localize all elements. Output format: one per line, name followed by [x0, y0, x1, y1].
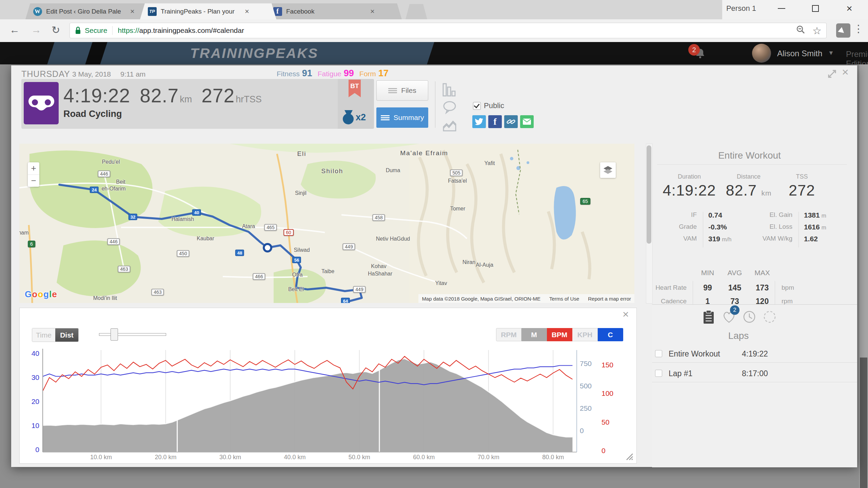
line-chart-icon[interactable] [442, 118, 457, 134]
distance-unit: km [180, 94, 192, 105]
lap-time: 8:17:00 [742, 369, 768, 378]
reload-icon[interactable]: ↻ [52, 24, 60, 36]
tab-wordpress[interactable]: W Edit Post ‹ Giro Della Pale × [25, 3, 152, 19]
lap-checkbox[interactable] [655, 350, 662, 357]
browser-menu-icon[interactable]: ⋮ [852, 23, 865, 35]
map-town-label: HaShahar [368, 271, 392, 277]
scrollbar-thumb[interactable] [647, 145, 651, 244]
temperature-tick: 0 [24, 446, 39, 454]
trainingpeaks-header: TRAININGPEAKS 2 Alison Smith ▼ Premium E… [0, 42, 868, 64]
close-tab-icon[interactable]: × [130, 7, 135, 16]
profile-name[interactable]: Person 1 [726, 4, 756, 13]
minmax-header-max: MAX [754, 269, 770, 277]
email-share-button[interactable] [520, 115, 534, 128]
minmax-header-min: MIN [701, 269, 714, 277]
stat-value: 1.62 [804, 235, 818, 243]
address-bar[interactable]: Secure https:// app.trainingpeaks.com/#c… [70, 23, 827, 38]
stat-value: 1616m [804, 223, 826, 231]
road-shield: 463 [118, 266, 130, 272]
close-icon[interactable]: × [842, 65, 849, 79]
expand-icon[interactable] [828, 69, 836, 80]
map-town-label: Silwad [294, 247, 310, 253]
divider [798, 212, 799, 247]
distance-tick: 30.0 km [219, 454, 241, 461]
summary-button[interactable]: Summary [376, 107, 428, 128]
facebook-share-button[interactable]: f [488, 115, 502, 128]
quickview-scrollbar[interactable] [646, 144, 653, 304]
resize-handle-icon[interactable] [625, 452, 633, 462]
map-town-label: Pedu'el [102, 159, 120, 165]
stat-label: Duration [663, 173, 716, 180]
close-tab-icon[interactable]: × [245, 7, 249, 16]
copy-link-button[interactable] [504, 115, 518, 128]
stat-tss: TSS 272 [789, 173, 815, 199]
map-zoom-control[interactable]: + − [28, 162, 39, 187]
comments-icon[interactable] [442, 100, 457, 116]
window-minimize-button[interactable] [770, 0, 793, 17]
map-layers-button[interactable] [600, 162, 616, 178]
route-position-marker[interactable] [264, 244, 271, 251]
window-restore-button[interactable] [804, 0, 827, 17]
divider [652, 382, 857, 382]
new-tab-button[interactable] [406, 4, 427, 19]
distance-tick: 10.0 km [90, 454, 112, 461]
report-error-link[interactable]: Report a map error [588, 296, 631, 302]
tab-facebook[interactable]: f Facebook × [265, 3, 402, 19]
road-shield: 60 [283, 229, 294, 236]
route-km-marker: 40 [192, 209, 201, 216]
screen: W Edit Post ‹ Giro Della Pale × TP Train… [0, 0, 868, 488]
close-tab-icon[interactable]: × [370, 7, 375, 16]
elevation-tick: 500 [580, 382, 592, 390]
user-name[interactable]: Alison Smith [777, 49, 822, 58]
stat-label: El. Gain [748, 211, 792, 219]
stat-label: IF [653, 211, 697, 219]
tss-value: 272 [201, 84, 235, 107]
lap-row-entire-workout[interactable]: Entire Workout 4:19:22 [652, 348, 857, 362]
tab-trainingpeaks[interactable]: TP TrainingPeaks - Plan your × [140, 3, 276, 19]
clipboard-icon[interactable] [703, 310, 714, 326]
lap-row-1[interactable]: Lap #1 8:17:00 [652, 368, 857, 381]
time-tab-icon[interactable] [743, 310, 756, 325]
bar-chart-icon[interactable] [442, 82, 456, 98]
route-map[interactable]: EliMa'ale EfraimYafitPedu'elBeiteh-Ofari… [19, 144, 634, 303]
window-close-button[interactable]: × [837, 0, 861, 17]
heart-rate-tick: 50 [601, 418, 609, 426]
public-checkbox[interactable] [473, 102, 481, 110]
terms-link[interactable]: Terms of Use [549, 296, 579, 302]
files-button[interactable]: Files [376, 80, 428, 101]
stat-value: 319m/h [708, 235, 731, 243]
temperature-tick: 40 [24, 349, 39, 358]
heart-rate-tick: 150 [601, 361, 613, 369]
summary-numbers: 4:19:22 82.7 km 272 hrTSS [63, 84, 262, 107]
distance-tick: 50.0 km [349, 454, 370, 461]
elevation-tick: 0 [580, 427, 584, 435]
page-scrollbar[interactable] [859, 64, 868, 488]
zoom-out-button[interactable]: − [28, 175, 39, 187]
public-label: Public [484, 101, 504, 110]
extension-icon[interactable] [836, 23, 850, 38]
distance-tick: 20.0 km [155, 454, 176, 461]
scrollbar-thumb[interactable] [860, 358, 867, 488]
back-icon[interactable]: ← [9, 24, 20, 36]
road-shield: 6 [28, 241, 35, 247]
zoom-in-button[interactable]: + [28, 162, 39, 175]
notification-badge: 2 [688, 44, 700, 56]
metric-label: Form [359, 70, 376, 78]
chevron-down-icon[interactable]: ▼ [828, 49, 834, 57]
empty-tab-icon[interactable] [763, 310, 776, 325]
workout-start-time: 9:11 am [120, 70, 145, 78]
twitter-share-button[interactable] [472, 115, 486, 128]
heart-rate-tick: 0 [601, 447, 606, 455]
workout-day: THURSDAY [21, 69, 70, 79]
avatar[interactable] [752, 44, 771, 63]
road-shield: 446 [98, 170, 110, 177]
divider [435, 81, 435, 128]
zoom-page-icon[interactable] [795, 24, 806, 37]
map-town-label: Duma [386, 167, 400, 174]
road-shield: 466 [253, 273, 265, 280]
forward-icon[interactable]: → [31, 24, 41, 36]
chart-plot[interactable] [20, 308, 637, 464]
lap-checkbox[interactable] [655, 370, 662, 377]
bookmark-star-icon[interactable]: ☆ [812, 25, 822, 37]
road-shield: 449 [353, 286, 366, 293]
